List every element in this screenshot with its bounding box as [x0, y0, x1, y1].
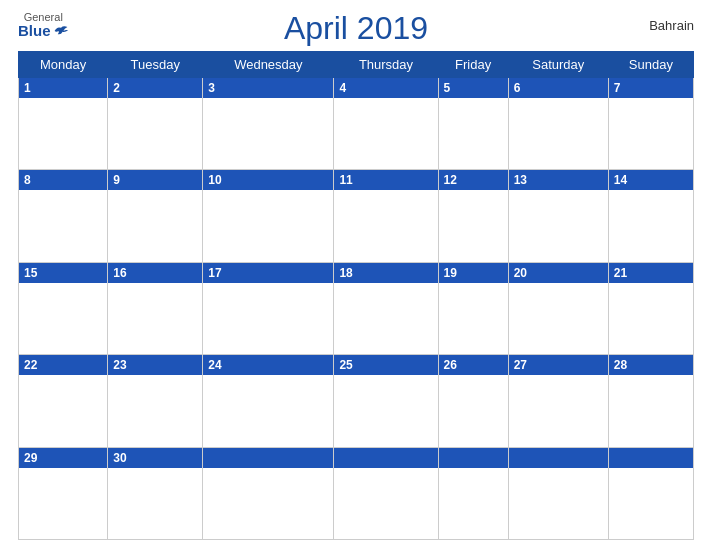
calendar-cell: 27 — [508, 355, 608, 447]
date-number: 19 — [439, 263, 508, 283]
date-number: 9 — [108, 170, 202, 190]
date-content — [203, 98, 333, 153]
date-number: 30 — [108, 448, 202, 468]
date-number: 13 — [509, 170, 608, 190]
weekday-header-friday: Friday — [438, 52, 508, 78]
date-number: 10 — [203, 170, 333, 190]
date-number: 12 — [439, 170, 508, 190]
weekday-header-saturday: Saturday — [508, 52, 608, 78]
calendar-cell: 26 — [438, 355, 508, 447]
date-content — [509, 283, 608, 338]
date-content — [609, 283, 693, 338]
calendar-cell: 15 — [19, 262, 108, 354]
calendar-title: April 2019 — [284, 10, 428, 47]
week-row-1: 1234567 — [19, 78, 694, 170]
calendar-cell: 13 — [508, 170, 608, 262]
date-number: 3 — [203, 78, 333, 98]
date-content — [334, 283, 437, 338]
calendar-cell: 11 — [334, 170, 438, 262]
date-content — [108, 190, 202, 245]
date-content — [108, 375, 202, 430]
date-number: 11 — [334, 170, 437, 190]
date-number: 14 — [609, 170, 693, 190]
date-content — [108, 98, 202, 153]
date-number: 24 — [203, 355, 333, 375]
week-row-5: 2930 — [19, 447, 694, 539]
calendar-cell: 21 — [608, 262, 693, 354]
date-content — [19, 283, 107, 338]
date-number: 1 — [19, 78, 107, 98]
calendar-cell — [608, 447, 693, 539]
date-content — [439, 283, 508, 338]
calendar-cell: 12 — [438, 170, 508, 262]
calendar-cell: 17 — [203, 262, 334, 354]
calendar-cell: 14 — [608, 170, 693, 262]
calendar-cell: 3 — [203, 78, 334, 170]
country-label: Bahrain — [649, 18, 694, 33]
calendar-cell: 25 — [334, 355, 438, 447]
calendar-table: MondayTuesdayWednesdayThursdayFridaySatu… — [18, 51, 694, 540]
date-number: 20 — [509, 263, 608, 283]
date-number: 21 — [609, 263, 693, 283]
date-content — [609, 98, 693, 153]
calendar-cell: 30 — [108, 447, 203, 539]
calendar-cell: 6 — [508, 78, 608, 170]
date-content — [439, 468, 508, 523]
date-content — [439, 190, 508, 245]
date-content — [509, 190, 608, 245]
weekday-header-sunday: Sunday — [608, 52, 693, 78]
date-number: 25 — [334, 355, 437, 375]
logo-blue: Blue — [18, 23, 69, 38]
date-number: 6 — [509, 78, 608, 98]
calendar-cell: 20 — [508, 262, 608, 354]
calendar-header: General Blue April 2019 Bahrain — [18, 10, 694, 47]
date-content — [334, 98, 437, 153]
calendar-cell: 18 — [334, 262, 438, 354]
calendar-cell — [438, 447, 508, 539]
calendar-cell: 4 — [334, 78, 438, 170]
logo-bird-icon — [53, 24, 69, 38]
date-content — [334, 375, 437, 430]
date-number: 5 — [439, 78, 508, 98]
calendar-cell: 22 — [19, 355, 108, 447]
date-number: 27 — [509, 355, 608, 375]
date-content — [19, 468, 107, 523]
weekday-header-thursday: Thursday — [334, 52, 438, 78]
date-content — [439, 375, 508, 430]
date-number: 23 — [108, 355, 202, 375]
date-content — [19, 98, 107, 153]
calendar-cell: 7 — [608, 78, 693, 170]
date-content — [334, 190, 437, 245]
calendar-cell: 29 — [19, 447, 108, 539]
date-content — [108, 283, 202, 338]
date-number: 26 — [439, 355, 508, 375]
date-content — [19, 375, 107, 430]
weekday-header-monday: Monday — [19, 52, 108, 78]
calendar-cell: 9 — [108, 170, 203, 262]
date-content — [334, 468, 437, 523]
date-number: 7 — [609, 78, 693, 98]
date-number: 8 — [19, 170, 107, 190]
calendar-cell: 2 — [108, 78, 203, 170]
weekday-header-wednesday: Wednesday — [203, 52, 334, 78]
date-content — [439, 98, 508, 153]
date-number: 4 — [334, 78, 437, 98]
date-number: 16 — [108, 263, 202, 283]
date-content — [203, 468, 333, 523]
date-content — [203, 283, 333, 338]
date-content — [609, 190, 693, 245]
date-content — [509, 375, 608, 430]
date-number: 29 — [19, 448, 107, 468]
calendar-cell: 1 — [19, 78, 108, 170]
calendar-cell: 10 — [203, 170, 334, 262]
date-number: 17 — [203, 263, 333, 283]
week-row-4: 22232425262728 — [19, 355, 694, 447]
weekday-header-row: MondayTuesdayWednesdayThursdayFridaySatu… — [19, 52, 694, 78]
calendar-cell — [508, 447, 608, 539]
calendar-cell: 8 — [19, 170, 108, 262]
calendar-cell — [334, 447, 438, 539]
calendar-cell: 28 — [608, 355, 693, 447]
date-content — [609, 375, 693, 430]
date-content — [203, 190, 333, 245]
calendar-cell: 23 — [108, 355, 203, 447]
